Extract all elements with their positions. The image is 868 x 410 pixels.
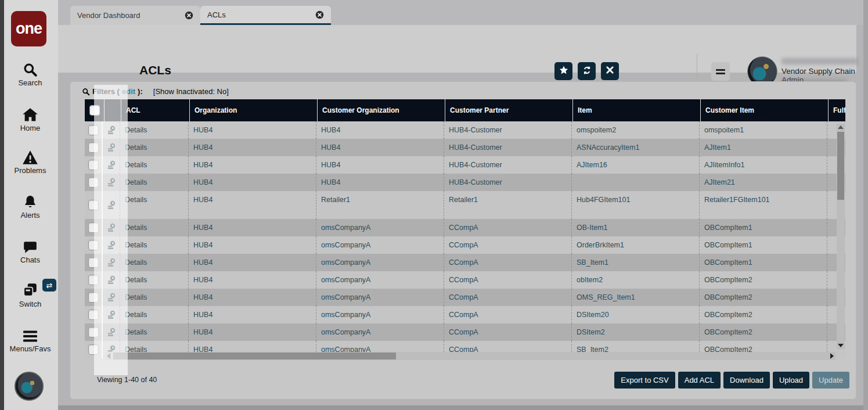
row-checkbox[interactable] bbox=[88, 327, 99, 337]
details-link[interactable]: Details bbox=[125, 224, 147, 232]
stamp-icon[interactable] bbox=[103, 139, 120, 156]
tab-acls[interactable]: ACLs bbox=[200, 6, 331, 25]
vertical-scroll-thumb[interactable] bbox=[837, 132, 844, 200]
details-link[interactable]: Details bbox=[125, 161, 147, 169]
stamp-icon[interactable] bbox=[103, 174, 120, 191]
customer-organization-cell: HUB4 bbox=[316, 121, 444, 139]
row-checkbox[interactable] bbox=[88, 257, 99, 268]
upload-button[interactable]: Upload bbox=[773, 372, 809, 389]
item-cell: OB-Item1 bbox=[571, 219, 699, 236]
customer-item-cell: OBCompItem2 bbox=[699, 271, 827, 289]
details-link[interactable]: Details bbox=[125, 178, 147, 186]
scroll-right-arrow[interactable] bbox=[830, 353, 834, 359]
customer-organization-cell: HUB4 bbox=[316, 174, 444, 191]
customer-organization-cell: omsCompanyA bbox=[316, 306, 444, 323]
header-bar: ACLs Vendor Supply Chain Admin bbox=[58, 25, 856, 73]
column-header-customer-organization[interactable]: Customer Organization bbox=[317, 99, 445, 121]
add-acl-button[interactable]: Add ACL bbox=[678, 372, 721, 389]
row-checkbox[interactable] bbox=[88, 275, 99, 285]
scroll-left-arrow[interactable] bbox=[107, 353, 110, 359]
customer-partner-cell: CCompA bbox=[444, 289, 571, 306]
details-link[interactable]: Details bbox=[125, 328, 147, 336]
stamp-icon[interactable] bbox=[103, 191, 120, 219]
customer-organization-cell: HUB4 bbox=[316, 139, 444, 156]
row-select-cell bbox=[85, 306, 103, 323]
export-to-csv-button[interactable]: Export to CSV bbox=[614, 372, 675, 389]
stamp-icon[interactable] bbox=[103, 323, 120, 341]
column-header-icon[interactable] bbox=[104, 99, 121, 121]
item-cell: ASNAccuracyItem1 bbox=[571, 139, 699, 156]
row-checkbox[interactable] bbox=[88, 344, 99, 355]
sidebar-item-search[interactable]: Search bbox=[4, 60, 56, 87]
customer-item-cell: AJItem21 bbox=[699, 174, 827, 191]
stamp-icon[interactable] bbox=[103, 271, 120, 289]
tab-close-icon[interactable] bbox=[315, 10, 324, 19]
stamp-icon[interactable] bbox=[103, 254, 120, 271]
horizontal-scroll-thumb[interactable] bbox=[113, 353, 396, 359]
row-checkbox[interactable] bbox=[88, 240, 99, 250]
vertical-scrollbar[interactable] bbox=[837, 124, 845, 349]
filters-edit-link[interactable]: edit bbox=[122, 87, 135, 96]
details-link: Details bbox=[120, 271, 188, 289]
details-link[interactable]: Details bbox=[125, 126, 147, 134]
details-link[interactable]: Details bbox=[125, 258, 147, 267]
column-header-item[interactable]: Item bbox=[572, 99, 700, 121]
row-checkbox[interactable] bbox=[88, 125, 99, 135]
stamp-icon[interactable] bbox=[103, 289, 120, 306]
tab-close-icon[interactable] bbox=[185, 11, 193, 20]
customer-partner-cell: HUB4-Customer bbox=[444, 156, 571, 174]
details-link[interactable]: Details bbox=[125, 143, 147, 152]
sidebar-item-alerts[interactable]: Alerts bbox=[4, 192, 56, 220]
stamp-icon[interactable] bbox=[103, 236, 120, 254]
stamp-icon[interactable] bbox=[103, 219, 120, 236]
window-bottom-strip bbox=[0, 405, 868, 410]
stamp-icon[interactable] bbox=[103, 156, 120, 174]
menu-button[interactable] bbox=[711, 62, 730, 81]
sidebar-item-switch[interactable]: ⇄Switch bbox=[4, 281, 56, 308]
details-link[interactable]: Details bbox=[125, 196, 147, 204]
download-button[interactable]: Download bbox=[723, 372, 770, 389]
assistant-avatar[interactable] bbox=[15, 372, 44, 401]
column-header-customer-partner[interactable]: Customer Partner bbox=[445, 99, 572, 121]
row-checkbox[interactable] bbox=[88, 310, 99, 320]
select-all-checkbox[interactable] bbox=[89, 105, 100, 116]
stamp-icon[interactable] bbox=[103, 121, 120, 139]
organization-cell: HUB4 bbox=[188, 254, 316, 271]
row-checkbox[interactable] bbox=[88, 222, 99, 233]
row-checkbox[interactable] bbox=[88, 292, 99, 303]
refresh-button[interactable] bbox=[578, 62, 596, 80]
row-checkbox[interactable] bbox=[88, 142, 99, 153]
scroll-up-arrow[interactable] bbox=[838, 125, 844, 129]
customer-partner-cell: HUB4-Customer bbox=[444, 174, 571, 191]
close-page-button[interactable] bbox=[601, 62, 619, 80]
column-header-organization[interactable]: Organization bbox=[189, 99, 317, 121]
tab-vendor-dashboard[interactable]: Vendor Dashboard bbox=[70, 6, 200, 25]
sidebar-item-home[interactable]: Home bbox=[4, 105, 56, 132]
customer-partner-cell: Retailer1 bbox=[444, 191, 571, 219]
row-checkbox[interactable] bbox=[88, 160, 99, 170]
column-header-fulfi[interactable]: Fulfi bbox=[828, 99, 845, 121]
customer-partner-cell: HUB4-Customer bbox=[444, 139, 571, 156]
swap-arrows-icon[interactable]: ⇄ bbox=[42, 279, 56, 292]
row-checkbox[interactable] bbox=[88, 200, 99, 210]
horizontal-scrollbar[interactable] bbox=[105, 352, 835, 360]
star-icon bbox=[559, 65, 569, 78]
favorite-button[interactable] bbox=[554, 62, 572, 80]
scroll-down-arrow[interactable] bbox=[838, 344, 844, 347]
details-link[interactable]: Details bbox=[125, 311, 147, 319]
details-link[interactable]: Details bbox=[125, 293, 147, 301]
table-row: DetailsHUB4omsCompanyACCompADSItem2OBCom… bbox=[85, 323, 845, 341]
row-checkbox[interactable] bbox=[88, 177, 99, 188]
table-row: DetailsHUB4omsCompanyACCompADSItem20OBCo… bbox=[85, 306, 845, 323]
stamp-icon[interactable] bbox=[103, 306, 120, 323]
one-network-logo[interactable]: one bbox=[11, 11, 46, 46]
customer-organization-cell: omsCompanyA bbox=[316, 219, 444, 236]
details-link[interactable]: Details bbox=[125, 276, 147, 284]
details-link[interactable]: Details bbox=[125, 241, 147, 249]
column-header-customer-item[interactable]: Customer Item bbox=[700, 99, 828, 121]
customer-organization-cell: omsCompanyA bbox=[316, 254, 444, 271]
sidebar-item-problems[interactable]: Problems bbox=[4, 148, 56, 175]
column-header-acl[interactable]: ACL bbox=[121, 99, 189, 121]
sidebar-item-menus-favs[interactable]: Menus/Favs bbox=[4, 326, 56, 353]
sidebar-item-chats[interactable]: Chats bbox=[4, 237, 56, 264]
